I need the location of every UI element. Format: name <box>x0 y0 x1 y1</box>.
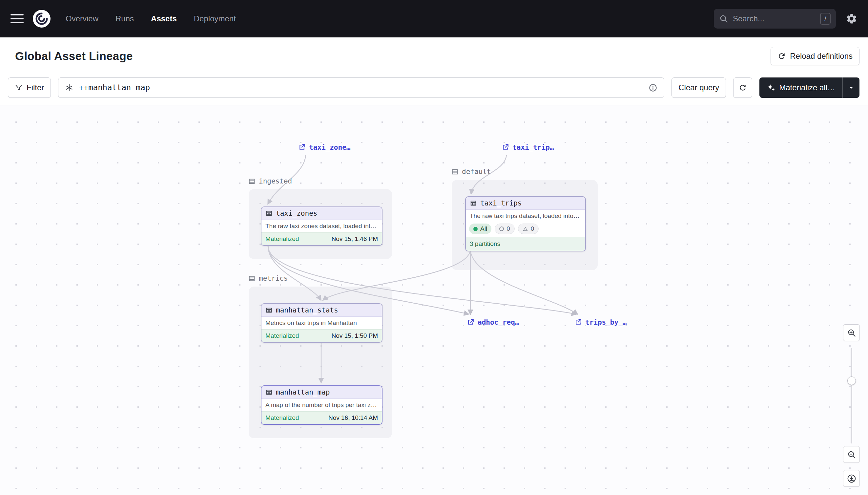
lineage-canvas[interactable]: ingested default metrics taxi_zone… ta <box>0 105 868 495</box>
lineage-edges <box>0 105 868 495</box>
recenter-button[interactable] <box>843 470 860 487</box>
materialization-timestamp: Nov 15, 1:46 PM <box>331 235 378 243</box>
zoom-in-button[interactable] <box>843 324 860 341</box>
lineage-toolbar: Filter ++manhattan_map Clear query <box>0 75 868 105</box>
asset-node-header: taxi_trips <box>466 197 585 210</box>
group-name: metrics <box>259 274 288 282</box>
partition-health-row: All 0 0 <box>466 222 585 237</box>
triangle-icon <box>522 226 528 232</box>
asset-selection-value: ++manhattan_map <box>79 83 150 92</box>
settings-button[interactable] <box>846 13 857 24</box>
asset-node-header: manhattan_map <box>262 386 382 399</box>
partitions-count[interactable]: 3 partitions <box>466 237 585 251</box>
materialize-split-button: Materialize all… <box>759 78 860 98</box>
external-link-icon <box>574 318 582 326</box>
main-nav: Overview Runs Assets Deployment <box>66 14 236 23</box>
group-label-default[interactable]: default <box>451 168 491 176</box>
table-icon <box>265 307 272 314</box>
asset-footer: Materialized Nov 15, 1:46 PM <box>262 233 382 245</box>
table-icon <box>265 389 272 396</box>
asset-node-header: taxi_zones <box>262 207 382 220</box>
asset-link-taxi-zone[interactable]: taxi_zone… <box>298 143 350 151</box>
badge-label: All <box>480 225 487 233</box>
asset-node-taxi-trips[interactable]: taxi_trips The raw taxi trips dataset, l… <box>465 196 586 252</box>
table-icon <box>470 200 477 207</box>
group-name: default <box>462 168 491 176</box>
query-info-button[interactable] <box>649 83 657 92</box>
gear-icon <box>846 13 857 24</box>
search-input[interactable]: Search... / <box>714 9 836 29</box>
top-navbar: Overview Runs Assets Deployment Search..… <box>0 0 868 37</box>
status-badge: Materialized <box>265 235 299 243</box>
filter-icon <box>15 84 23 91</box>
table-icon <box>265 210 272 217</box>
circle-outline-icon <box>499 226 504 231</box>
search-placeholder: Search... <box>733 14 764 23</box>
asset-link-trips-by[interactable]: trips_by_… <box>574 318 626 326</box>
asset-name: manhattan_stats <box>276 306 338 314</box>
asset-link-label: trips_by_… <box>585 319 626 326</box>
partitions-missing-badge: 0 <box>495 224 515 234</box>
info-icon <box>649 83 657 92</box>
asset-link-label: taxi_trip… <box>512 143 554 151</box>
asset-footer: Materialized Nov 16, 10:14 AM <box>262 411 382 424</box>
asset-footer: Materialized Nov 15, 1:50 PM <box>262 329 382 342</box>
group-label-metrics[interactable]: metrics <box>248 274 288 282</box>
reload-definitions-label: Reload definitions <box>790 52 853 61</box>
chevron-down-icon <box>847 84 855 91</box>
zoom-slider-handle[interactable] <box>847 376 856 385</box>
materialize-options-button[interactable] <box>843 78 860 98</box>
asset-node-taxi-zones[interactable]: taxi_zones The raw taxi zones dataset, l… <box>261 206 383 246</box>
zoom-out-button[interactable] <box>843 446 860 463</box>
external-link-icon <box>298 143 306 151</box>
materialization-timestamp: Nov 16, 10:14 AM <box>329 414 378 422</box>
clear-query-button[interactable]: Clear query <box>672 78 726 98</box>
group-name: ingested <box>259 177 292 185</box>
menu-icon[interactable] <box>11 14 24 23</box>
asset-link-label: taxi_zone… <box>309 143 350 151</box>
asset-node-manhattan-map[interactable]: manhattan_map A map of the number of tri… <box>261 386 383 425</box>
zoom-in-icon <box>847 328 856 338</box>
refresh-icon <box>739 83 747 92</box>
materialization-timestamp: Nov 15, 1:50 PM <box>331 332 378 339</box>
group-icon <box>451 168 459 176</box>
group-label-ingested[interactable]: ingested <box>248 177 292 185</box>
zoom-slider[interactable] <box>851 348 852 443</box>
reload-icon <box>777 52 786 61</box>
materialize-all-label: Materialize all… <box>779 83 835 92</box>
asset-link-adhoc-request[interactable]: adhoc_req… <box>466 318 519 326</box>
dagster-app: Overview Runs Assets Deployment Search..… <box>0 0 868 495</box>
asset-node-manhattan-stats[interactable]: manhattan_stats Metrics on taxi trips in… <box>261 303 383 343</box>
status-badge: Materialized <box>265 414 299 422</box>
search-shortcut-badge: / <box>820 13 831 24</box>
refresh-graph-button[interactable] <box>733 78 752 98</box>
partitions-failed-badge: 0 <box>518 224 539 234</box>
download-circle-icon <box>847 474 856 483</box>
nav-item-assets[interactable]: Assets <box>151 14 177 23</box>
asset-node-header: manhattan_stats <box>262 304 382 317</box>
nav-item-deployment[interactable]: Deployment <box>194 14 236 23</box>
asset-description: Metrics on taxi trips in Manhattan <box>262 317 382 329</box>
filter-button[interactable]: Filter <box>8 78 51 98</box>
asset-description: The raw taxi trips dataset, loaded into … <box>466 210 585 222</box>
badge-label: 0 <box>531 225 534 233</box>
page-header: Global Asset Lineage Reload definitions <box>0 37 868 75</box>
asset-selection-input[interactable]: ++manhattan_map <box>58 78 664 98</box>
sparkle-icon <box>767 83 775 92</box>
search-icon <box>719 14 728 23</box>
filter-label: Filter <box>26 83 44 92</box>
partitions-all-badge: All <box>469 224 491 234</box>
dagster-logo-icon[interactable] <box>32 9 51 28</box>
asset-link-taxi-trip[interactable]: taxi_trip… <box>501 143 554 151</box>
zoom-out-icon <box>847 450 856 459</box>
asset-description: A map of the number of trips per taxi z… <box>262 399 382 411</box>
group-icon <box>248 177 255 185</box>
materialize-all-button[interactable]: Materialize all… <box>759 78 843 98</box>
reload-definitions-button[interactable]: Reload definitions <box>770 47 860 65</box>
nav-item-runs[interactable]: Runs <box>116 14 134 23</box>
op-selector-icon <box>65 83 73 92</box>
nav-item-overview[interactable]: Overview <box>66 14 99 23</box>
external-link-icon <box>466 318 475 326</box>
asset-name: taxi_zones <box>276 209 317 217</box>
external-link-icon <box>501 143 510 151</box>
